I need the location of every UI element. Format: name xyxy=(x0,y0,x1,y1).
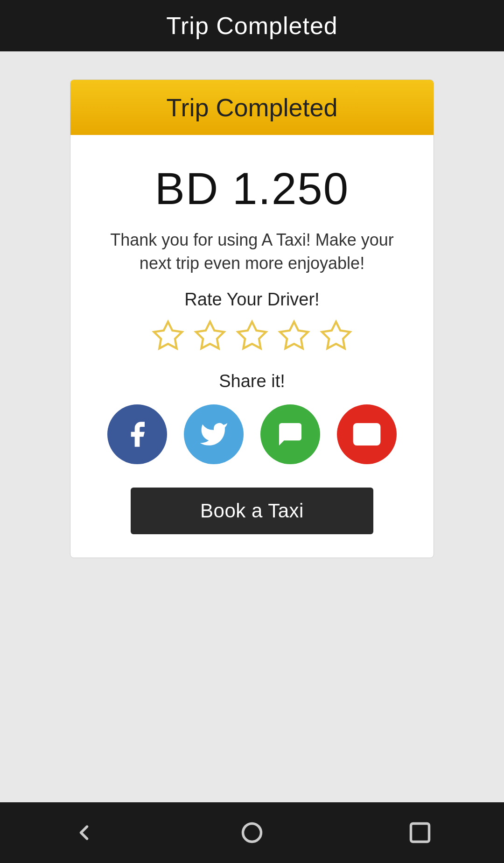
star-5[interactable] xyxy=(319,319,353,353)
svg-marker-4 xyxy=(322,322,350,348)
svg-rect-6 xyxy=(411,824,429,842)
home-nav-button[interactable] xyxy=(229,814,275,851)
facebook-share-button[interactable] xyxy=(107,404,167,464)
back-icon xyxy=(72,821,96,845)
star-3[interactable] xyxy=(235,319,269,353)
rate-driver-label: Rate Your Driver! xyxy=(184,290,319,310)
star-rating[interactable] xyxy=(151,319,353,353)
top-bar: Trip Completed xyxy=(0,0,504,51)
svg-point-5 xyxy=(243,824,261,842)
main-content: Trip Completed BD 1.250 Thank you for us… xyxy=(0,51,504,802)
twitter-icon xyxy=(199,419,229,449)
svg-marker-2 xyxy=(238,322,266,348)
card-header-title: Trip Completed xyxy=(166,93,337,121)
message-icon xyxy=(275,419,305,449)
social-buttons-row xyxy=(107,404,397,464)
page-title: Trip Completed xyxy=(166,12,338,40)
bottom-nav-bar xyxy=(0,802,504,863)
share-label: Share it! xyxy=(219,371,285,391)
book-taxi-button[interactable]: Book a Taxi xyxy=(131,488,373,534)
svg-marker-1 xyxy=(196,322,224,348)
card-header: Trip Completed xyxy=(70,80,434,135)
trip-completed-card: Trip Completed BD 1.250 Thank you for us… xyxy=(70,79,434,558)
email-share-button[interactable] xyxy=(337,404,397,464)
star-1[interactable] xyxy=(151,319,185,353)
card-body: BD 1.250 Thank you for using A Taxi! Mak… xyxy=(70,135,434,558)
message-share-button[interactable] xyxy=(260,404,320,464)
twitter-share-button[interactable] xyxy=(184,404,244,464)
recents-nav-button[interactable] xyxy=(397,814,443,851)
star-4[interactable] xyxy=(277,319,311,353)
star-2[interactable] xyxy=(193,319,227,353)
svg-marker-3 xyxy=(280,322,308,348)
trip-amount: BD 1.250 xyxy=(155,163,349,214)
svg-marker-0 xyxy=(154,322,182,348)
facebook-icon xyxy=(122,419,152,449)
recents-square-icon xyxy=(408,821,432,845)
back-nav-button[interactable] xyxy=(61,814,107,851)
thank-you-text: Thank you for using A Taxi! Make your ne… xyxy=(107,228,397,276)
home-circle-icon xyxy=(240,821,264,845)
email-icon xyxy=(352,419,382,449)
